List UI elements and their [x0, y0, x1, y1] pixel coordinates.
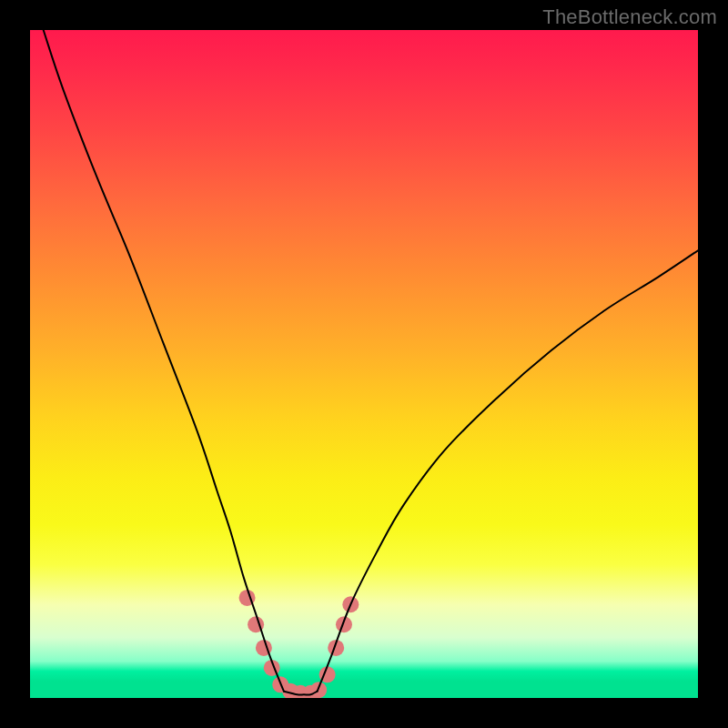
marker-layer: [239, 590, 359, 698]
plot-area: [30, 30, 698, 698]
watermark-text: TheBottleneck.com: [542, 5, 717, 29]
curves-svg: [30, 30, 698, 698]
series-right-curve: [318, 250, 698, 691]
curve-layer: [44, 30, 698, 695]
series-left-curve: [44, 30, 284, 692]
chart-frame: TheBottleneck.com: [0, 0, 728, 728]
